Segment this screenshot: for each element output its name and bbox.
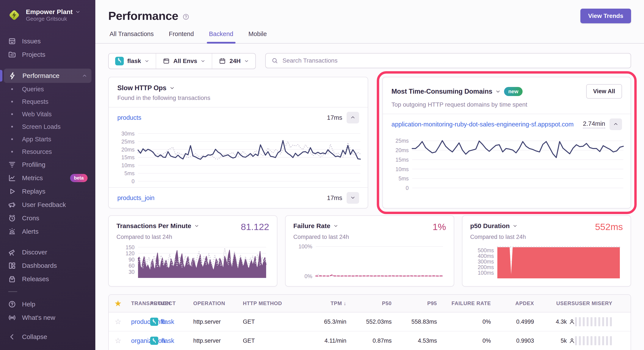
sidebar-item-profiling[interactable]: Profiling xyxy=(0,158,95,171)
column-header-failure_rate[interactable]: FAILURE RATE xyxy=(437,300,491,306)
svg-text:60: 60 xyxy=(128,263,134,269)
help-icon[interactable] xyxy=(182,13,190,21)
expand-products-join-button[interactable] xyxy=(346,192,359,204)
tpm-cell: 4.11/min xyxy=(297,337,346,344)
failure-rate-title-dropdown[interactable]: Failure Rate xyxy=(293,222,338,230)
project-link[interactable]: flask xyxy=(161,318,174,325)
sidebar-item-help[interactable]: Help xyxy=(0,297,95,311)
metrics-icon xyxy=(8,174,16,182)
environment-filter-label: All Envs xyxy=(174,58,197,65)
tab-mobile[interactable]: Mobile xyxy=(247,31,268,43)
page-filter-group: flask All Envs 24H xyxy=(108,53,256,69)
products-duration: 17ms xyxy=(327,114,342,121)
domain-link[interactable]: application-monitoring-ruby-dot-sales-en… xyxy=(392,121,579,128)
products-link[interactable]: products xyxy=(117,114,323,121)
sidebar-item-alerts[interactable]: Alerts xyxy=(0,225,95,238)
view-trends-button[interactable]: View Trends xyxy=(580,9,631,23)
user-icon xyxy=(569,319,575,325)
http-method-cell: GET xyxy=(243,318,297,325)
operation-cell: http.server xyxy=(193,337,243,344)
page-header: Performance View Trends All Transactions… xyxy=(95,0,644,44)
sidebar-item-resources[interactable]: Resources xyxy=(0,145,95,158)
sidebar-item-label: Queries xyxy=(22,86,44,93)
slow-http-ops-card: Slow HTTP Ops Found in the following tra… xyxy=(108,77,368,208)
sidebar-item-releases[interactable]: Releases xyxy=(0,272,95,286)
sidebar-item-projects[interactable]: Projects xyxy=(0,48,95,61)
tab-frontend[interactable]: Frontend xyxy=(168,31,195,43)
sidebar-item-label: What's new xyxy=(22,314,55,321)
sidebar-item-metrics[interactable]: Metricsbeta xyxy=(0,171,95,185)
favorite-star-icon[interactable]: ☆ xyxy=(115,336,121,344)
svg-text:30ms: 30ms xyxy=(122,131,134,137)
sidebar-item-crons[interactable]: Crons xyxy=(0,211,95,225)
column-header-users[interactable]: USERS xyxy=(534,300,575,306)
flask-project-icon xyxy=(115,57,124,65)
body-area: flask All Envs 24H xyxy=(95,44,644,350)
view-all-button[interactable]: View All xyxy=(586,84,622,99)
sidebar-item-what-s-new[interactable]: What's new xyxy=(0,311,95,324)
chevron-down-icon xyxy=(194,224,199,228)
dashboards-icon xyxy=(8,261,16,270)
column-header-http_method[interactable]: HTTP METHOD xyxy=(243,300,297,306)
sidebar-divider xyxy=(8,291,17,292)
sidebar-item-app-starts[interactable]: App Starts xyxy=(0,133,95,145)
sidebar-item-replays[interactable]: Replays xyxy=(0,185,95,198)
environment-filter[interactable]: All Envs xyxy=(156,54,212,69)
column-header-apdex[interactable]: APDEX xyxy=(491,300,534,306)
products-join-link[interactable]: products_join xyxy=(117,194,323,202)
column-header-p50[interactable]: P50 xyxy=(346,300,392,306)
collapse-products-button[interactable] xyxy=(346,112,359,123)
sidebar-item-user-feedback[interactable]: User Feedback xyxy=(0,198,95,211)
project-cell: flask xyxy=(150,337,193,345)
column-header-p95[interactable]: P95 xyxy=(392,300,437,306)
tpm-chart: 150120906030 xyxy=(116,243,269,281)
bullet-icon xyxy=(8,126,16,128)
sidebar-collapse-button[interactable]: Collapse xyxy=(0,330,95,343)
search-input[interactable] xyxy=(282,57,625,64)
favorite-star-icon[interactable]: ☆ xyxy=(115,317,121,326)
column-header-transaction[interactable]: TRANSACTION xyxy=(131,300,150,306)
stat-subtitle: Compared to last 24h xyxy=(116,234,269,240)
sidebar-item-queries[interactable]: Queries xyxy=(0,83,95,95)
chevron-down-icon xyxy=(496,89,500,94)
sentry-performance-page: { "colors":{ "accent":"#6c5fc7","highlig… xyxy=(0,0,644,350)
tab-bar: All TransactionsFrontendBackendMobile xyxy=(108,31,631,43)
collapse-domain-button[interactable] xyxy=(610,119,622,130)
stat-title-text: p50 Duration xyxy=(470,222,510,230)
sidebar-item-issues[interactable]: Issues xyxy=(0,35,95,48)
broadcast-icon xyxy=(8,313,16,322)
sidebar-item-web-vitals[interactable]: Web Vitals xyxy=(0,108,95,120)
column-header-project[interactable]: PROJECT xyxy=(150,300,193,306)
sidebar-item-requests[interactable]: Requests xyxy=(0,95,95,108)
column-header-tpm[interactable]: TPM ↓ xyxy=(297,300,346,306)
column-header-operation[interactable]: OPERATION xyxy=(193,300,243,306)
domain-time-spent[interactable]: 2.74min xyxy=(583,120,605,128)
slow-http-ops-title-dropdown[interactable]: Slow HTTP Ops xyxy=(117,84,175,92)
column-header-fav[interactable]: ★ xyxy=(115,300,131,307)
active-indicator-bar xyxy=(0,70,2,82)
sidebar-item-label: Metrics xyxy=(22,174,43,182)
sidebar-item-dashboards[interactable]: Dashboards xyxy=(0,259,95,272)
time-range-filter[interactable]: 24H xyxy=(212,54,255,69)
tab-backend[interactable]: Backend xyxy=(208,31,235,43)
sidebar-item-screen-loads[interactable]: Screen Loads xyxy=(0,120,95,133)
p50-cell: 0.87ms xyxy=(346,337,392,344)
telescope-icon xyxy=(8,248,16,257)
highlight-ring: Most Time-Consuming Domains new View All… xyxy=(382,77,631,208)
p50-title-dropdown[interactable]: p50 Duration xyxy=(470,222,518,230)
project-link[interactable]: flask xyxy=(161,337,174,344)
sidebar-item-performance[interactable]: Performance xyxy=(4,69,92,83)
sidebar-item-discover[interactable]: Discover xyxy=(0,246,95,259)
svg-text:100ms: 100ms xyxy=(478,270,494,276)
sidebar-item-label: Replays xyxy=(22,188,45,195)
domains-title-dropdown[interactable]: Most Time-Consuming Domains xyxy=(392,88,500,95)
org-switcher[interactable]: Empower Plant George Gritsouk xyxy=(0,8,95,22)
filter-row: flask All Envs 24H xyxy=(108,53,631,69)
tab-all-transactions[interactable]: All Transactions xyxy=(108,31,155,43)
card-subtitle: Found in the following transactions xyxy=(117,95,359,101)
column-header-user_misery[interactable]: USER MISERY xyxy=(575,300,624,306)
tpm-title-dropdown[interactable]: Transactions Per Minute xyxy=(116,222,199,230)
project-filter[interactable]: flask xyxy=(109,54,156,69)
bullet-icon xyxy=(8,151,16,153)
org-user: George Gritsouk xyxy=(26,16,67,22)
